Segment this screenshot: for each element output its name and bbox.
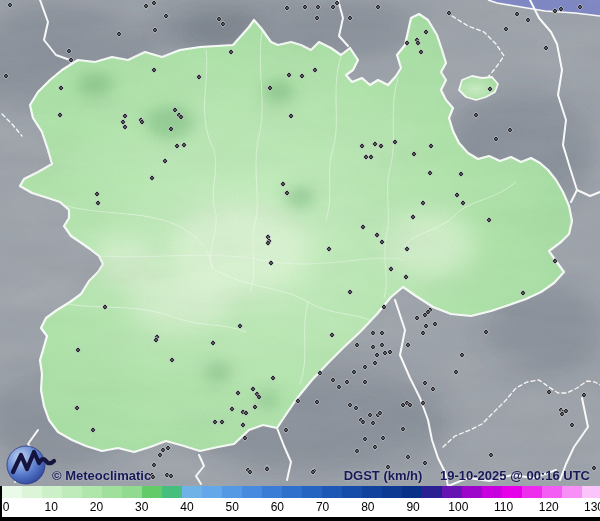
scale-segment [122,486,142,498]
scale-tick-label: 80 [361,500,374,514]
meteoclimatic-map-app: © Meteoclimatic DGST (km/h) 19-10-2025 @… [0,0,600,521]
attribution: © Meteoclimatic [52,468,151,483]
scale-tick-label: 50 [225,500,238,514]
weather-map [0,0,600,521]
scale-tick-label: 20 [90,500,103,514]
scale-tick-label: 40 [180,500,193,514]
scale-segment [142,486,162,498]
scale-segment [262,486,282,498]
scale-segment [62,486,82,498]
scale-segment [422,486,442,498]
scale-segment [542,486,562,498]
scale-segment [162,486,182,498]
scale-segment [42,486,62,498]
scale-segment [402,486,422,498]
scale-tick-label: 10 [45,500,58,514]
scale-segment [442,486,462,498]
scale-segment [462,486,482,498]
grain-texture [0,0,600,521]
scale-tick-label: 110 [494,500,513,514]
scale-segment [102,486,122,498]
scale-segment [382,486,402,498]
scale-segment [182,486,202,498]
scale-tick-label: 130 [584,500,600,514]
scale-tick-label: 30 [135,500,148,514]
scale-segment [322,486,342,498]
scale-segment [2,486,22,498]
scale-tick-label: 0 [3,500,10,514]
scale-segment [522,486,542,498]
scale-segment [282,486,302,498]
scale-segment [502,486,522,498]
scale-segment [342,486,362,498]
color-scale-labels: 0102030405060708090100110120130 [0,498,600,517]
scale-segment [482,486,502,498]
scale-tick-label: 90 [406,500,419,514]
scale-segment [82,486,102,498]
scale-segment [242,486,262,498]
scale-segment [582,486,600,498]
scale-segment [302,486,322,498]
scale-tick-label: 70 [316,500,329,514]
scale-tick-label: 100 [448,500,468,514]
scale-segment [202,486,222,498]
scale-segment [362,486,382,498]
timestamp: 19-10-2025 @ 00:16 UTC [440,468,590,483]
scale-segment [22,486,42,498]
scale-tick-label: 120 [539,500,559,514]
scale-segment [562,486,582,498]
variable-label: DGST (km/h) [344,468,423,483]
map-title: DGST (km/h) 19-10-2025 @ 00:16 UTC [344,468,590,483]
scale-tick-label: 60 [271,500,284,514]
bottom-border [0,517,600,521]
scale-segment [222,486,242,498]
color-scale [0,486,600,498]
